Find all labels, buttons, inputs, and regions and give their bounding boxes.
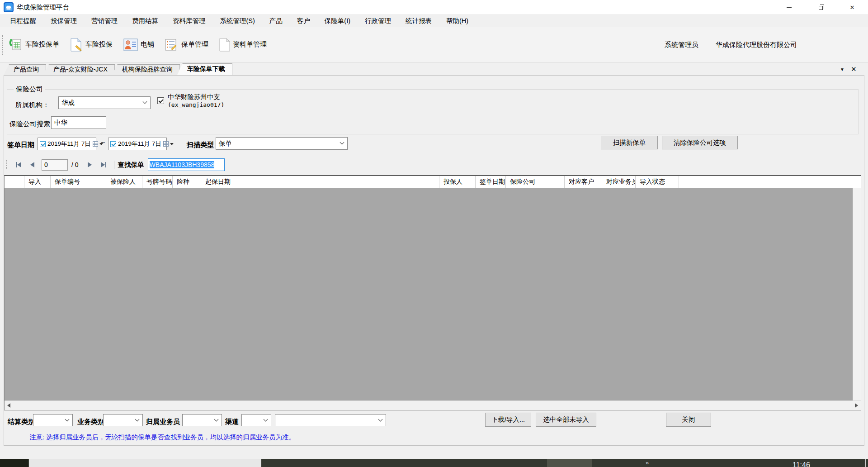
col-applicant[interactable]: 投保人 — [439, 176, 476, 188]
policy-edit-icon — [70, 38, 83, 52]
insurer-checkbox-sublabel: (ex_wangjiao017) — [168, 101, 224, 108]
record-total-label: / 0 — [71, 161, 79, 168]
menu-marketing[interactable]: 营销管理 — [84, 15, 125, 27]
scan-new-policy-button[interactable]: 扫描新保单 — [601, 136, 658, 149]
taskbar-clock[interactable]: 11:46 — [793, 461, 810, 467]
org-combobox[interactable]: 华成 — [58, 96, 151, 109]
menu-system[interactable]: 系统管理(S) — [213, 15, 262, 27]
insurer-checkbox[interactable] — [157, 97, 164, 104]
channel-combobox-2[interactable] — [275, 414, 386, 426]
business-type-label: 业务类别 — [77, 418, 104, 426]
maximize-button[interactable] — [805, 0, 836, 14]
chevron-down-icon — [378, 417, 383, 421]
navigator-grip-handle[interactable] — [6, 160, 7, 169]
owning-agent-combobox[interactable] — [182, 414, 222, 426]
download-import-button[interactable]: 下载/导入... — [485, 413, 531, 427]
settle-type-combobox[interactable] — [33, 414, 73, 426]
col-plate-no[interactable]: 号牌号码 — [142, 176, 173, 188]
insurer-search-input[interactable]: 中华 — [51, 116, 106, 129]
col-agent[interactable]: 对应业务员 — [602, 176, 636, 188]
date-to-checkbox[interactable] — [110, 141, 116, 147]
tool-car-policy-form[interactable]: 车险投保单 — [3, 35, 65, 54]
scroll-right-icon[interactable] — [855, 403, 858, 408]
menu-product[interactable]: 产品 — [262, 15, 290, 27]
taskbar-app-button[interactable] — [29, 459, 261, 467]
last-record-button[interactable] — [97, 159, 110, 171]
col-customer[interactable]: 对应客户 — [565, 176, 602, 188]
taskbar-item[interactable] — [547, 459, 592, 467]
triangle-right-icon — [101, 162, 105, 167]
col-import[interactable]: 导入 — [24, 176, 51, 188]
scan-type-value: 保单 — [219, 139, 232, 148]
car-policy-form-icon — [8, 38, 23, 52]
triangle-left-icon — [30, 162, 34, 167]
tab-list-dropdown-icon[interactable]: ▼ — [840, 67, 844, 72]
first-record-icon — [16, 162, 17, 167]
find-policy-label: 查找保单 — [118, 161, 144, 169]
window-controls: ✕ — [773, 0, 868, 14]
grid-vertical-scrollbar[interactable] — [853, 188, 861, 400]
menu-fee-settlement[interactable]: 费用结算 — [125, 15, 165, 27]
scroll-left-icon[interactable] — [7, 403, 10, 408]
date-from-picker[interactable]: 2019年11月 7日 — [38, 138, 96, 150]
first-record-button[interactable] — [12, 159, 25, 171]
tab-page-car-policy-download: 保险公司 所属机构： 华成 中华财险苏州中支 (ex_wangjiao017) … — [4, 75, 864, 446]
col-insurance-type[interactable]: 险种 — [173, 176, 201, 188]
tab-product-query[interactable]: 产品查询 — [4, 64, 46, 75]
tool-policy-manage[interactable]: 保单管理 — [160, 36, 214, 54]
menu-help[interactable]: 帮助(H) — [439, 15, 476, 27]
scan-type-combobox[interactable]: 保单 — [216, 137, 348, 150]
select-all-unimported-button[interactable]: 选中全部未导入 — [536, 413, 596, 427]
tool-telemarketing[interactable]: 电销 — [118, 36, 160, 54]
channel-label: 渠道 — [225, 418, 239, 426]
date-to-picker[interactable]: 2019年11月 7日 — [108, 138, 167, 150]
tab-org-brand-query[interactable]: 机构保险品牌查询 — [112, 64, 180, 75]
menu-database[interactable]: 资料库管理 — [165, 15, 213, 27]
tab-product-zhongan[interactable]: 产品-众安财险-JCX — [43, 64, 115, 75]
date-to-value: 2019年11月 7日 — [118, 140, 161, 148]
start-button[interactable] — [0, 459, 28, 467]
find-policy-value: WBAJA1103JBH39858 — [150, 161, 215, 168]
col-insured[interactable]: 被保险人 — [106, 176, 142, 188]
tab-close-icon[interactable]: ✕ — [851, 65, 857, 73]
find-policy-input[interactable]: WBAJA1103JBH39858 — [148, 158, 225, 171]
col-row-selector[interactable] — [5, 176, 24, 188]
grid-empty-area[interactable] — [5, 188, 853, 400]
previous-record-button[interactable] — [25, 159, 39, 171]
grid-horizontal-scrollbar[interactable] — [5, 400, 861, 410]
col-start-date[interactable]: 起保日期 — [201, 176, 439, 188]
col-sign-date[interactable]: 签单日期 — [476, 176, 506, 188]
minimize-icon — [787, 7, 792, 8]
col-filler — [679, 176, 861, 188]
date-from-checkbox[interactable] — [40, 141, 46, 147]
tool-car-underwrite[interactable]: 车险投保 — [65, 35, 118, 54]
menu-reports[interactable]: 统计报表 — [398, 15, 439, 27]
minimize-button[interactable] — [773, 0, 805, 14]
clear-insurer-selection-button[interactable]: 清除保险公司选项 — [662, 136, 738, 149]
menu-underwriting[interactable]: 投保管理 — [43, 15, 84, 27]
channel-combobox-1[interactable] — [241, 414, 271, 426]
show-desktop-button[interactable] — [865, 459, 866, 467]
next-record-button[interactable] — [83, 159, 97, 171]
taskbar-overflow-icon[interactable]: » — [646, 459, 649, 466]
col-import-status[interactable]: 导入状态 — [636, 176, 679, 188]
col-insurer[interactable]: 保险公司 — [506, 176, 565, 188]
dropdown-arrow-icon — [170, 143, 174, 145]
tool-doc-manage[interactable]: 资料单管理 — [214, 35, 272, 54]
record-position-input[interactable]: 0 — [42, 159, 68, 171]
col-policy-no[interactable]: 保单编号 — [51, 176, 106, 188]
title-bar: 华成保险管理平台 ✕ — [0, 0, 868, 14]
close-tab-button[interactable]: 关闭 — [666, 413, 711, 427]
triangle-left-icon — [17, 162, 21, 167]
menu-schedule[interactable]: 日程提醒 — [3, 15, 43, 27]
grid-body — [5, 188, 861, 400]
sign-date-label: 签单日期 — [7, 141, 34, 149]
menu-customer[interactable]: 客户 — [290, 15, 317, 27]
tab-car-policy-download[interactable]: 车险保单下载 — [177, 63, 232, 75]
date-to-dropdown[interactable] — [163, 141, 174, 147]
business-type-combobox[interactable] — [103, 414, 143, 426]
menu-admin[interactable]: 行政管理 — [358, 15, 398, 27]
close-button[interactable]: ✕ — [836, 0, 868, 14]
menu-policy[interactable]: 保险单(I) — [317, 15, 358, 27]
restore-icon — [819, 6, 823, 10]
